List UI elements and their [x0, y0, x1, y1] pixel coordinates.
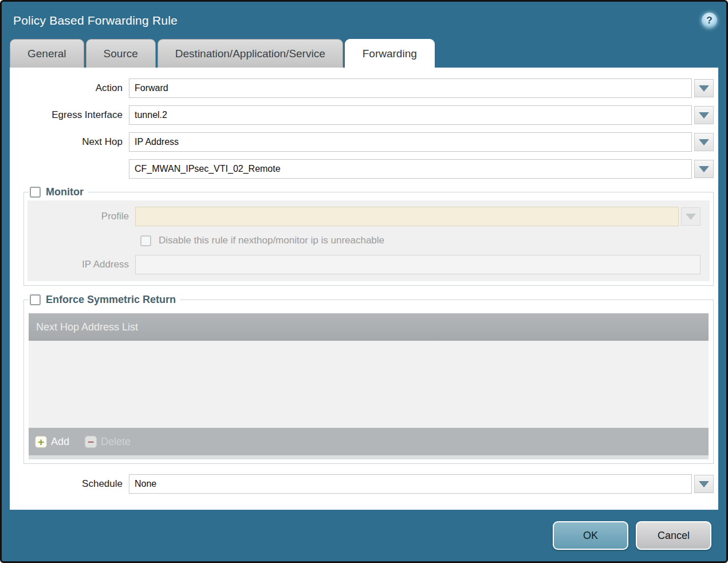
- monitor-group: Monitor Profile Disable this rule if nex…: [23, 186, 714, 286]
- policy-based-forwarding-dialog: Policy Based Forwarding Rule ? General S…: [0, 0, 728, 563]
- disable-rule-checkbox: [140, 235, 151, 246]
- monitor-profile-dropdown-button: [681, 207, 701, 226]
- disable-rule-label: Disable this rule if nexthop/monitor ip …: [159, 235, 384, 246]
- monitor-checkbox[interactable]: [30, 187, 41, 198]
- tab-destination-application-service[interactable]: Destination/Application/Service: [158, 39, 343, 68]
- add-button-label: Add: [51, 436, 69, 448]
- dialog-footer: OK Cancel: [2, 510, 726, 561]
- schedule-select[interactable]: None: [129, 474, 692, 494]
- monitor-profile-select: [135, 207, 679, 226]
- enforce-symmetric-return-legend-label: Enforce Symmetric Return: [46, 294, 176, 306]
- add-button[interactable]: + Add: [35, 436, 69, 448]
- tab-bar: General Source Destination/Application/S…: [2, 39, 726, 68]
- next-hop-address-list-header: Next Hop Address List: [29, 313, 709, 341]
- monitor-ip-address-input: [135, 255, 701, 274]
- egress-interface-dropdown-button[interactable]: [694, 106, 714, 124]
- next-hop-address-list-footer: + Add − Delete: [29, 428, 709, 455]
- action-label: Action: [10, 82, 129, 94]
- help-icon[interactable]: ?: [702, 13, 717, 28]
- next-hop-type-dropdown-button[interactable]: [694, 133, 714, 151]
- delete-button: − Delete: [85, 436, 131, 448]
- egress-interface-row: Egress Interface tunnel.2: [10, 105, 718, 125]
- next-hop-address-list-table: Next Hop Address List + Add − Delete: [29, 313, 709, 459]
- chevron-down-icon: [699, 85, 709, 92]
- monitor-profile-label: Profile: [27, 211, 135, 222]
- chevron-down-icon: [699, 166, 709, 172]
- monitor-panel: Profile Disable this rule if nexthop/mon…: [27, 200, 710, 281]
- next-hop-address-list-body: [29, 341, 709, 428]
- table-bottom-strip: [29, 455, 709, 459]
- egress-interface-label: Egress Interface: [10, 109, 129, 121]
- next-hop-address-dropdown-button[interactable]: [694, 160, 714, 178]
- forwarding-tab-panel: Action Forward Egress Interface tunnel.2…: [10, 68, 718, 510]
- cancel-button[interactable]: Cancel: [636, 521, 711, 550]
- chevron-down-icon: [686, 214, 696, 220]
- minus-icon: −: [85, 436, 97, 448]
- plus-icon: +: [35, 436, 47, 448]
- delete-button-label: Delete: [101, 436, 131, 448]
- next-hop-label: Next Hop: [10, 136, 129, 148]
- action-dropdown-button[interactable]: [694, 79, 714, 97]
- monitor-legend: Monitor: [29, 186, 88, 198]
- dialog-titlebar: Policy Based Forwarding Rule ?: [2, 2, 726, 39]
- schedule-label: Schedule: [10, 478, 129, 490]
- schedule-row: Schedule None: [10, 474, 718, 494]
- next-hop-type-select[interactable]: IP Address: [129, 132, 692, 152]
- enforce-symmetric-return-legend: Enforce Symmetric Return: [29, 294, 180, 306]
- monitor-ip-address-label: IP Address: [27, 259, 135, 270]
- enforce-symmetric-return-group: Enforce Symmetric Return Next Hop Addres…: [23, 294, 714, 464]
- schedule-dropdown-button[interactable]: [694, 475, 714, 493]
- enforce-symmetric-return-checkbox[interactable]: [30, 294, 41, 305]
- tab-source[interactable]: Source: [86, 39, 156, 68]
- next-hop-address-select[interactable]: CF_MWAN_IPsec_VTI_02_Remote: [129, 159, 692, 179]
- monitor-ip-address-row: IP Address: [27, 255, 705, 274]
- disable-rule-row: Disable this rule if nexthop/monitor ip …: [140, 235, 705, 246]
- monitor-profile-row: Profile: [27, 207, 705, 226]
- egress-interface-select[interactable]: tunnel.2: [129, 105, 692, 125]
- chevron-down-icon: [699, 139, 709, 145]
- action-select[interactable]: Forward: [129, 78, 692, 98]
- tab-general[interactable]: General: [10, 39, 84, 68]
- monitor-legend-label: Monitor: [46, 186, 84, 198]
- ok-button[interactable]: OK: [553, 521, 628, 550]
- next-hop-address-row: CF_MWAN_IPsec_VTI_02_Remote: [10, 159, 718, 179]
- chevron-down-icon: [699, 481, 709, 487]
- next-hop-row: Next Hop IP Address: [10, 132, 718, 152]
- action-row: Action Forward: [10, 78, 718, 98]
- chevron-down-icon: [699, 112, 709, 119]
- dialog-title: Policy Based Forwarding Rule: [13, 14, 178, 27]
- tab-forwarding[interactable]: Forwarding: [345, 39, 435, 68]
